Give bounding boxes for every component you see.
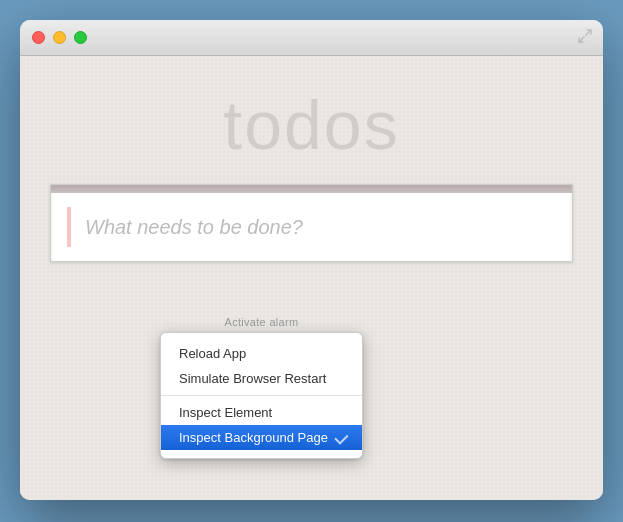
- input-accent: [67, 207, 71, 247]
- menu-item-reload-app[interactable]: Reload App: [161, 341, 362, 366]
- traffic-lights: [32, 31, 87, 44]
- menu-item-inspect-element[interactable]: Inspect Element: [161, 400, 362, 425]
- app-window: todos What needs to be done? Activate al…: [20, 20, 603, 500]
- menu-item-inspect-background-page[interactable]: Inspect Background Page: [161, 425, 362, 450]
- title-bar: [20, 20, 603, 56]
- todo-input-area: What needs to be done?: [50, 184, 573, 262]
- menu-item-simulate-browser-restart[interactable]: Simulate Browser Restart: [161, 366, 362, 391]
- close-button[interactable]: [32, 31, 45, 44]
- input-field-row: What needs to be done?: [51, 193, 572, 261]
- menu-group-1: Reload App Simulate Browser Restart: [161, 337, 362, 396]
- input-header-bar: [51, 185, 572, 193]
- maximize-button[interactable]: [74, 31, 87, 44]
- minimize-button[interactable]: [53, 31, 66, 44]
- context-menu: Reload App Simulate Browser Restart Insp…: [160, 332, 363, 459]
- app-content: todos What needs to be done? Activate al…: [20, 56, 603, 500]
- input-placeholder-text[interactable]: What needs to be done?: [85, 216, 303, 239]
- resize-icon: [577, 28, 593, 44]
- app-title: todos: [20, 56, 603, 164]
- context-menu-trigger-label: Activate alarm: [225, 316, 299, 328]
- context-menu-area: Activate alarm Reload App Simulate Brows…: [160, 316, 363, 459]
- menu-group-2: Inspect Element Inspect Background Page: [161, 396, 362, 454]
